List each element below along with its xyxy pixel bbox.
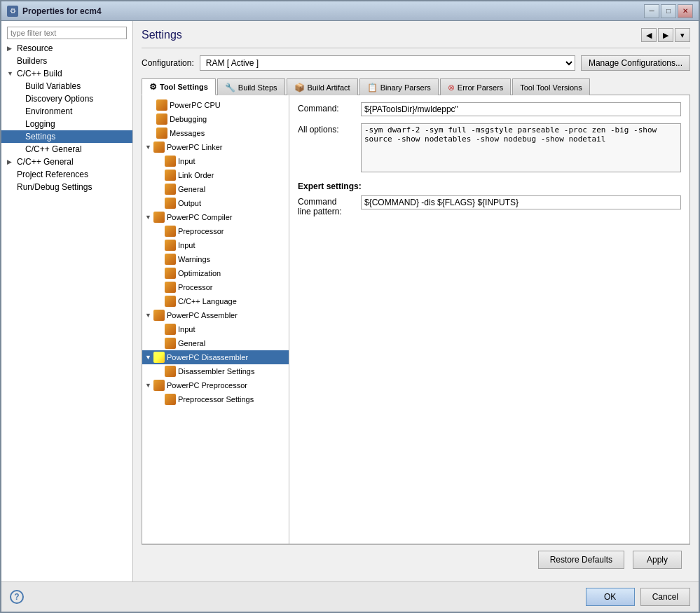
tool-tree-item-powerpc-compiler-group[interactable]: ▼ PowerPC Compiler bbox=[142, 210, 289, 224]
tool-item-label: Optimization bbox=[178, 269, 221, 277]
apply-button[interactable]: Apply bbox=[633, 551, 682, 569]
sidebar-item-builders[interactable]: Builders bbox=[1, 55, 132, 67]
tool-tree-item-powerpc-linker-group[interactable]: ▼ PowerPC Linker bbox=[142, 140, 289, 154]
menu-button[interactable]: ▾ bbox=[675, 28, 690, 42]
tab-content: PowerPC CPU Debugging Messages bbox=[142, 95, 690, 544]
tool-item-label: Messages bbox=[170, 129, 205, 137]
sidebar-item-discovery-options[interactable]: Discovery Options bbox=[1, 92, 132, 105]
tool-icon bbox=[165, 156, 176, 167]
command-value-container bbox=[361, 102, 681, 116]
tool-item-label: PowerPC CPU bbox=[170, 101, 221, 109]
tool-item-label: PowerPC Linker bbox=[167, 143, 222, 151]
expert-settings-label: Expert settings: bbox=[298, 181, 681, 191]
build-artifact-icon: 📦 bbox=[294, 83, 305, 92]
sidebar-item-resource[interactable]: ▶ Resource bbox=[1, 42, 132, 55]
tool-tree-item-cpp-language[interactable]: C/C++ Language bbox=[142, 294, 289, 308]
tool-item-label: PowerPC Preprocessor bbox=[167, 381, 247, 390]
filter-input[interactable] bbox=[7, 27, 127, 39]
tool-item-label: Warnings bbox=[178, 255, 210, 263]
tool-tree-item-disassembler-settings[interactable]: Disassembler Settings bbox=[142, 364, 289, 378]
tool-tree-item-compiler-input[interactable]: Input bbox=[142, 238, 289, 252]
tool-tree-item-processor[interactable]: Processor bbox=[142, 280, 289, 294]
tab-build-artifact[interactable]: 📦 Build Artifact bbox=[287, 78, 358, 95]
tool-icon bbox=[165, 198, 176, 209]
tool-tree-item-optimization[interactable]: Optimization bbox=[142, 266, 289, 280]
error-parsers-icon: ⊗ bbox=[448, 83, 455, 92]
tool-tree-item-preprocessor-settings[interactable]: Preprocessor Settings bbox=[142, 392, 289, 406]
tool-icon bbox=[165, 296, 176, 307]
tool-icon bbox=[165, 170, 176, 181]
tool-tree-item-powerpc-assembler-group[interactable]: ▼ PowerPC Assembler bbox=[142, 308, 289, 322]
command-line-value-container bbox=[361, 195, 681, 209]
back-button[interactable]: ◀ bbox=[641, 28, 657, 42]
sidebar-item-logging[interactable]: Logging bbox=[1, 118, 132, 130]
tool-tree-item-asm-general[interactable]: General bbox=[142, 336, 289, 350]
tool-item-label: Preprocessor Settings bbox=[178, 395, 254, 404]
tool-tree-item-powerpc-cpu[interactable]: PowerPC CPU bbox=[142, 98, 289, 112]
config-select[interactable]: RAM [ Active ] bbox=[200, 55, 575, 71]
tool-item-label: General bbox=[178, 339, 205, 347]
sidebar-item-label: Project References bbox=[15, 170, 88, 179]
window-title: Properties for ecm4 bbox=[22, 6, 644, 16]
tab-label: Tool Tool Versions bbox=[520, 83, 582, 92]
tool-tree-item-general[interactable]: General bbox=[142, 182, 289, 196]
tool-icon bbox=[165, 366, 176, 377]
tool-tree-item-messages[interactable]: Messages bbox=[142, 126, 289, 140]
command-label: Command: bbox=[298, 102, 361, 113]
restore-defaults-button[interactable]: Restore Defaults bbox=[538, 551, 624, 569]
tool-settings-icon: ⚙ bbox=[149, 82, 157, 92]
tab-label: Build Artifact bbox=[308, 83, 350, 92]
command-input[interactable] bbox=[361, 102, 681, 116]
tool-icon bbox=[165, 282, 176, 293]
all-options-textarea[interactable] bbox=[361, 123, 681, 172]
tool-icon bbox=[165, 394, 176, 405]
tool-tree-item-debugging[interactable]: Debugging bbox=[142, 112, 289, 126]
sidebar-item-build-variables[interactable]: Build Variables bbox=[1, 80, 132, 92]
command-line-input[interactable] bbox=[361, 195, 681, 209]
tool-icon bbox=[156, 99, 167, 111]
sidebar-item-label: Discovery Options bbox=[24, 94, 93, 104]
tool-icon bbox=[153, 352, 165, 363]
tool-tree-item-link-order[interactable]: Link Order bbox=[142, 168, 289, 182]
tab-binary-parsers[interactable]: 📋 Binary Parsers bbox=[359, 78, 439, 95]
all-options-row: All options: bbox=[298, 123, 681, 174]
sidebar-item-label: Logging bbox=[24, 119, 55, 129]
tool-icon bbox=[156, 128, 167, 139]
tool-item-label: Processor bbox=[178, 283, 213, 291]
tool-tree-item-preprocessor[interactable]: Preprocessor bbox=[142, 224, 289, 238]
sidebar-item-label: Settings bbox=[24, 132, 55, 142]
tool-tree-item-powerpc-disassembler-group[interactable]: ▼ PowerPC Disassembler bbox=[142, 350, 289, 364]
tab-tool-settings[interactable]: ⚙ Tool Settings bbox=[142, 78, 216, 95]
cancel-button[interactable]: Cancel bbox=[640, 588, 690, 606]
config-label: Configuration: bbox=[142, 58, 194, 68]
sidebar-item-project-references[interactable]: Project References bbox=[1, 168, 132, 181]
sidebar-item-cpp-build[interactable]: ▼ C/C++ Build bbox=[1, 67, 132, 80]
sidebar-item-tool-chain-editor[interactable]: C/C++ General bbox=[1, 143, 132, 156]
tool-icon bbox=[153, 310, 165, 321]
tabs-bar: ⚙ Tool Settings 🔧 Build Steps 📦 Build Ar… bbox=[142, 78, 690, 95]
tool-tree-item-warnings[interactable]: Warnings bbox=[142, 252, 289, 266]
tool-item-label: Link Order bbox=[178, 171, 214, 179]
manage-configurations-button[interactable]: Manage Configurations... bbox=[581, 55, 690, 71]
build-steps-icon: 🔧 bbox=[225, 83, 235, 92]
window-icon: ⚙ bbox=[7, 6, 18, 17]
maximize-button[interactable]: □ bbox=[661, 4, 676, 18]
sidebar-item-environment[interactable]: Environment bbox=[1, 105, 132, 118]
tool-item-label: Disassembler Settings bbox=[178, 367, 254, 376]
tab-build-steps[interactable]: 🔧 Build Steps bbox=[217, 78, 285, 95]
tool-tree-item-input[interactable]: Input bbox=[142, 154, 289, 168]
sidebar-item-cpp-general[interactable]: ▶ C/C++ General bbox=[1, 156, 132, 168]
minimize-button[interactable]: ─ bbox=[644, 4, 659, 18]
ok-button[interactable]: OK bbox=[586, 588, 635, 606]
command-line-row: Commandline pattern: bbox=[298, 195, 681, 216]
tab-tool-versions[interactable]: Tool Tool Versions bbox=[512, 78, 589, 95]
tool-tree-item-powerpc-preprocessor-group[interactable]: ▼ PowerPC Preprocessor bbox=[142, 378, 289, 392]
sidebar-item-run-debug[interactable]: Run/Debug Settings bbox=[1, 181, 132, 193]
sidebar-item-settings[interactable]: Settings bbox=[1, 130, 132, 143]
tool-tree-item-asm-input[interactable]: Input bbox=[142, 322, 289, 336]
tool-tree-item-output[interactable]: Output bbox=[142, 196, 289, 210]
help-button[interactable]: ? bbox=[10, 590, 24, 604]
tab-error-parsers[interactable]: ⊗ Error Parsers bbox=[440, 78, 511, 95]
close-button[interactable]: ✕ bbox=[678, 4, 693, 18]
forward-button[interactable]: ▶ bbox=[658, 28, 673, 42]
